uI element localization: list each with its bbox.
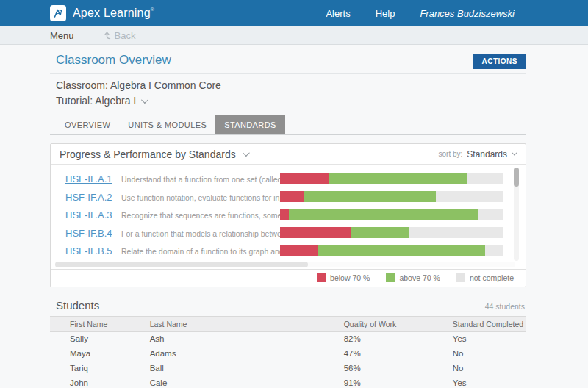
brand[interactable]: Apex Learning®	[50, 5, 154, 21]
above-70-segment	[318, 245, 485, 256]
user-menu[interactable]: Frances Budziszewski	[420, 8, 514, 19]
chevron-down-icon	[141, 96, 148, 104]
students-table: First Name Last Name Quality of Work Sta…	[50, 316, 526, 388]
standard-link[interactable]: HSF-IF.A.3	[65, 209, 112, 220]
standards-panel: Progress & Performance by Standards sort…	[50, 143, 526, 287]
standard-progress-bar	[280, 191, 503, 202]
above-70-segment	[351, 227, 409, 238]
students-heading: Students	[56, 299, 99, 312]
top-bar: Apex Learning® Alerts Help Frances Budzi…	[0, 0, 588, 26]
panel-title: Progress & Performance by Standards	[60, 148, 236, 160]
cell-standard-completed: Yes	[453, 331, 526, 346]
table-row: Sally Ash 82% Yes	[50, 331, 526, 346]
title-row: Classroom Overview ACTIONS	[50, 45, 526, 74]
cell-standard-completed: No	[453, 346, 526, 361]
top-nav: Alerts Help Frances Budziszewski	[326, 8, 514, 19]
standard-info: HSF-IF.B.4 For a function that models a …	[65, 226, 280, 240]
help-link[interactable]: Help	[376, 8, 395, 19]
back-label: Back	[115, 30, 136, 41]
sort-by-dropdown[interactable]: sort by: Standards	[439, 149, 516, 159]
standard-row: HSF-IF.A.2 Use function notation, evalua…	[51, 188, 526, 206]
panel-title-toggle[interactable]: Progress & Performance by Standards	[60, 148, 248, 160]
page-title: Classroom Overview	[56, 53, 171, 67]
tab-bar: OVERVIEW UNITS & MODULES STANDARDS	[50, 115, 526, 135]
cell-standard-completed: Yes	[453, 376, 526, 388]
legend-label: below 70 %	[330, 273, 370, 282]
cell-last-name: Cale	[150, 376, 344, 388]
sort-by-label: sort by:	[439, 150, 463, 158]
col-last-name: Last Name	[150, 316, 344, 331]
tab-units-modules[interactable]: UNITS & MODULES	[119, 115, 215, 134]
standard-progress-bar	[280, 209, 503, 220]
standard-info: HSF-IF.A.1 Understand that a function fr…	[65, 172, 280, 185]
panel-header: Progress & Performance by Standards sort…	[51, 144, 526, 165]
cell-last-name: Adams	[150, 346, 344, 361]
cell-quality-of-work: 82%	[344, 331, 453, 346]
standard-row: HSF-IF.B.5 Relate the domain of a functi…	[51, 242, 526, 260]
students-table-body: Sally Ash 82% Yes Maya Adams 47% No Tari…	[50, 331, 526, 388]
cell-first-name: Maya	[50, 346, 150, 361]
legend-item: below 70 %	[317, 273, 370, 282]
standard-description: For a function that models a relationshi…	[121, 229, 280, 238]
scrollbar-thumb[interactable]	[514, 168, 519, 187]
table-row: John Cale 91% Yes	[50, 376, 526, 388]
standard-description: Understand that a function from one set …	[121, 175, 280, 184]
registered-mark: ®	[151, 7, 154, 12]
standard-row: HSF-IF.A.1 Understand that a function fr…	[51, 170, 526, 188]
menu-button[interactable]: Menu	[50, 30, 74, 41]
back-arrow-icon	[102, 32, 111, 40]
horizontal-scrollbar[interactable]	[55, 262, 515, 267]
scrollbar-thumb[interactable]	[55, 262, 308, 267]
standard-row: HSF-IF.B.4 For a function that models a …	[51, 224, 526, 242]
standard-row: HSF-IF.A.3 Recognize that sequences are …	[51, 206, 526, 224]
standard-info: HSF-IF.A.2 Use function notation, evalua…	[65, 190, 280, 204]
cell-last-name: Ball	[150, 361, 344, 376]
standard-link[interactable]: HSF-IF.A.2	[65, 192, 112, 203]
menu-bar: Menu Back	[0, 26, 588, 45]
above-70-segment	[329, 173, 467, 184]
tutorial-selector[interactable]: Tutorial: Algebra I	[50, 91, 526, 107]
chevron-down-icon	[243, 149, 250, 157]
chevron-down-icon	[512, 151, 517, 156]
legend-item: not complete	[456, 273, 514, 282]
below-70-segment	[280, 245, 318, 256]
col-standard-completed: Standard Completed	[453, 316, 526, 331]
standard-progress-bar	[280, 227, 503, 238]
legend-label: not complete	[470, 273, 514, 282]
cell-quality-of-work: 56%	[344, 361, 453, 376]
back-button[interactable]: Back	[102, 30, 136, 41]
standard-description: Recognize that sequences are functions, …	[121, 211, 280, 220]
standard-info: HSF-IF.B.5 Relate the domain of a functi…	[65, 244, 280, 257]
actions-button[interactable]: ACTIONS	[473, 54, 527, 69]
alerts-link[interactable]: Alerts	[326, 8, 350, 19]
cell-last-name: Ash	[150, 331, 344, 346]
cell-quality-of-work: 47%	[344, 346, 453, 361]
brand-name: Apex Learning®	[73, 7, 154, 20]
sort-by-value: Standards	[467, 149, 507, 159]
students-header: Students 44 students	[50, 299, 526, 316]
above-70-segment	[289, 209, 478, 220]
standard-progress-bar	[280, 173, 503, 184]
cell-first-name: Tariq	[50, 361, 150, 376]
legend-swatch-icon	[386, 273, 395, 282]
cell-first-name: Sally	[50, 331, 150, 346]
col-first-name: First Name	[50, 316, 150, 331]
vertical-scrollbar[interactable]	[514, 168, 519, 261]
table-row: Tariq Ball 56% No	[50, 361, 526, 376]
cell-first-name: John	[50, 376, 150, 388]
content: Classroom Overview ACTIONS Classroom: Al…	[50, 45, 526, 388]
tab-standards[interactable]: STANDARDS	[215, 115, 285, 134]
tab-overview[interactable]: OVERVIEW	[56, 115, 119, 134]
standard-progress-bar	[280, 245, 503, 256]
table-row: Maya Adams 47% No	[50, 346, 526, 361]
below-70-segment	[280, 227, 351, 238]
tutorial-label: Tutorial: Algebra I	[56, 95, 136, 107]
standard-link[interactable]: HSF-IF.A.1	[65, 173, 112, 184]
legend-item: above 70 %	[386, 273, 440, 282]
standard-link[interactable]: HSF-IF.B.5	[65, 245, 112, 256]
standard-link[interactable]: HSF-IF.B.4	[65, 228, 112, 239]
col-quality-of-work: Quality of Work	[344, 316, 453, 331]
above-70-segment	[304, 191, 436, 202]
students-count: 44 students	[485, 302, 525, 311]
apex-logo-icon	[50, 5, 66, 21]
